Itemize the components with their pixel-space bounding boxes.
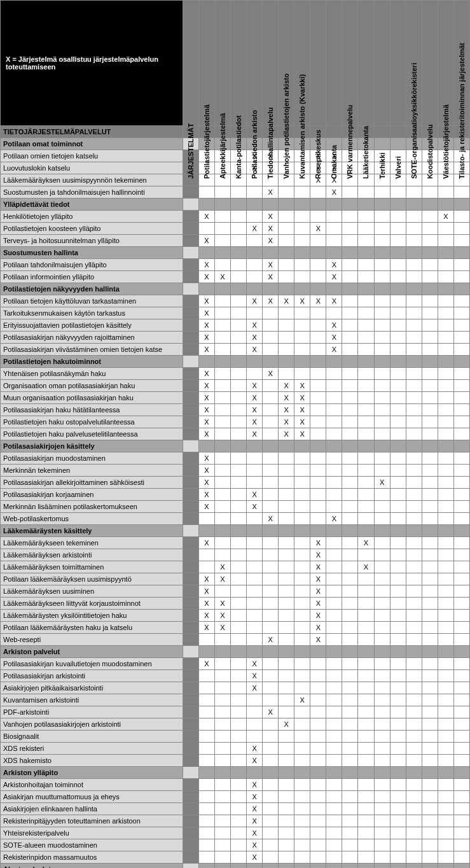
cell: X — [438, 211, 453, 223]
cell — [358, 356, 374, 368]
cell — [453, 549, 469, 561]
table-row: Lääkemääräysten yksilöintitietojen hakuX… — [1, 610, 470, 622]
cell — [406, 404, 422, 416]
cell — [342, 634, 358, 646]
cell — [453, 537, 469, 549]
cell — [230, 235, 246, 247]
cell — [406, 513, 422, 525]
cell — [453, 670, 469, 682]
table-row: Lääkemääräykseen tekeminenXXX — [1, 537, 470, 549]
row-label: Arkiston ylläpito — [1, 767, 183, 779]
cell — [279, 307, 294, 319]
table-row: XDS hakemistoX — [1, 755, 470, 767]
cell — [279, 815, 294, 827]
cell — [438, 380, 453, 392]
cell — [453, 864, 469, 869]
cell — [453, 223, 469, 235]
spacer — [183, 718, 198, 731]
cell — [453, 839, 469, 851]
table-row: Potilasasiakirjan viivästäminen omien ti… — [1, 344, 470, 356]
cell — [326, 610, 342, 622]
cell — [263, 283, 279, 295]
cell: X — [294, 404, 310, 416]
cell — [342, 791, 358, 803]
cell — [294, 489, 310, 501]
cell — [406, 344, 422, 356]
cell — [438, 634, 453, 646]
cell: X — [214, 610, 230, 622]
cell — [358, 452, 374, 465]
cell — [422, 827, 438, 839]
cell — [294, 332, 310, 344]
cell — [406, 706, 422, 718]
cell — [422, 537, 438, 549]
cell — [263, 839, 279, 851]
table-row: Potilastietojen hakutoiminnot — [1, 356, 470, 368]
cell — [214, 779, 230, 791]
cell — [247, 622, 263, 634]
cell — [230, 537, 246, 549]
table-row: XDS rekisteriX — [1, 743, 470, 755]
cell — [438, 344, 453, 356]
cell — [342, 440, 358, 452]
cell — [342, 646, 358, 658]
cell — [198, 634, 214, 646]
cell — [310, 815, 326, 827]
cell — [374, 307, 390, 319]
cell — [358, 501, 374, 513]
cell — [374, 489, 390, 501]
row-label: Lääkemääräyksen toimittaminen — [1, 561, 183, 573]
cell — [422, 271, 438, 283]
cell — [214, 755, 230, 767]
cell — [279, 549, 294, 561]
cell — [326, 706, 342, 718]
spacer — [183, 549, 198, 561]
cell — [453, 380, 469, 392]
cell — [230, 259, 246, 271]
table-row: Potilasasiakirjojen käsittely — [1, 440, 470, 452]
cell — [358, 755, 374, 767]
cell — [438, 755, 453, 767]
cell — [406, 803, 422, 815]
table-row: Potilasasiakirjan näkyvyyden rajoittamin… — [1, 332, 470, 344]
spacer — [183, 779, 198, 791]
spacer — [183, 827, 198, 839]
cell: X — [279, 416, 294, 428]
spacer — [183, 404, 198, 416]
cell: X — [358, 537, 374, 549]
cell: X — [294, 694, 310, 706]
cell — [230, 501, 246, 513]
cell — [214, 283, 230, 295]
table-row: Potilasasiakirjan muodostaminenX — [1, 452, 470, 465]
spacer — [183, 537, 198, 549]
cell — [406, 537, 422, 549]
cell — [230, 561, 246, 573]
row-label: Suostumusten hallinta — [1, 247, 183, 259]
cell — [198, 839, 214, 851]
spacer — [183, 513, 198, 525]
spacer — [183, 815, 198, 827]
cell — [374, 259, 390, 271]
cell — [422, 211, 438, 223]
cell — [438, 670, 453, 682]
cell — [294, 864, 310, 869]
cell — [374, 755, 390, 767]
cell — [342, 803, 358, 815]
table-row: Lääkemääräyksen arkistointiX — [1, 549, 470, 561]
cell — [247, 598, 263, 610]
cell — [406, 332, 422, 344]
cell — [406, 731, 422, 743]
cell — [263, 537, 279, 549]
table-row: Potilaan informointien ylläpitoXXXX — [1, 271, 470, 283]
cell — [326, 283, 342, 295]
cell — [294, 622, 310, 634]
cell: X — [247, 501, 263, 513]
cell — [358, 368, 374, 380]
cell — [279, 211, 294, 223]
cell — [214, 332, 230, 344]
cell — [438, 827, 453, 839]
cell — [326, 670, 342, 682]
cell — [374, 585, 390, 598]
spacer — [183, 392, 198, 404]
cell — [374, 767, 390, 779]
